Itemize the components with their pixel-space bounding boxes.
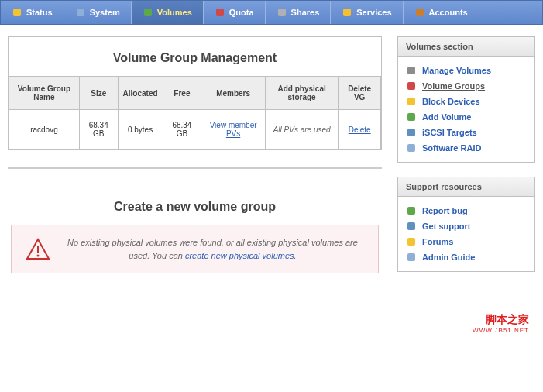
- report-bug-icon: [406, 205, 417, 216]
- add-volume-icon: [406, 112, 417, 122]
- svg-rect-19: [407, 253, 415, 261]
- support-section-panel: Support resources Report bugGet supportF…: [397, 177, 535, 272]
- nav-shares[interactable]: Shares: [266, 1, 332, 24]
- services-icon: [342, 7, 352, 18]
- admin-guide-icon: [406, 252, 417, 263]
- sidebar-item-block-devices[interactable]: Block Devices: [406, 94, 527, 109]
- sidebar-item-admin-guide[interactable]: Admin Guide: [406, 249, 527, 265]
- sidebar-item-label: Volume Groups: [422, 81, 485, 91]
- nav-accounts[interactable]: Accounts: [404, 1, 479, 24]
- footer-brand: 脚本之家: [14, 313, 529, 327]
- svg-rect-1: [77, 9, 84, 16]
- sidebar-item-label: Admin Guide: [422, 253, 475, 262]
- col-header: Volume Group Name: [9, 77, 80, 110]
- nav-status[interactable]: Status: [1, 1, 64, 24]
- sidebar-item-iscsi-targets[interactable]: iSCSI Targets: [406, 125, 527, 140]
- quota-icon: [215, 7, 225, 18]
- divider: [8, 167, 382, 169]
- sidebar-item-software-raid[interactable]: Software RAID: [406, 140, 527, 156]
- cell-vg-name: racdbvg: [9, 110, 80, 150]
- svg-rect-17: [407, 222, 415, 230]
- nav-label: Volumes: [157, 8, 192, 17]
- footer: 脚本之家 WWW.JB51.NET: [0, 297, 543, 342]
- section-title-vg-management: Volume Group Management: [9, 37, 381, 76]
- get-support-icon: [406, 221, 417, 232]
- main-nav: StatusSystemVolumesQuotaSharesServicesAc…: [0, 0, 543, 25]
- panel-header-volumes: Volumes section: [398, 37, 534, 57]
- col-header: Delete VG: [339, 77, 381, 110]
- nav-label: Services: [356, 8, 391, 17]
- nav-system[interactable]: System: [64, 1, 132, 24]
- svg-rect-5: [343, 9, 351, 16]
- cell-allocated: 0 bytes: [118, 110, 163, 150]
- volume-groups-icon: [406, 81, 417, 91]
- svg-rect-2: [144, 9, 152, 16]
- sidebar: Volumes section Manage VolumesVolume Gro…: [397, 36, 535, 286]
- svg-rect-4: [278, 9, 286, 16]
- forums-icon: [406, 236, 417, 247]
- col-header: Members: [201, 77, 266, 110]
- sidebar-item-forums[interactable]: Forums: [406, 234, 527, 249]
- delete-vg-link[interactable]: Delete: [349, 126, 371, 134]
- sidebar-item-label: Add Volume: [422, 112, 471, 122]
- sidebar-item-manage-volumes[interactable]: Manage Volumes: [406, 63, 527, 78]
- nav-label: Shares: [291, 8, 320, 17]
- nav-services[interactable]: Services: [331, 1, 403, 24]
- volumes-section-panel: Volumes section Manage VolumesVolume Gro…: [397, 36, 535, 163]
- col-header: Add physical storage: [265, 77, 338, 110]
- svg-rect-6: [416, 9, 424, 16]
- svg-rect-18: [407, 238, 415, 246]
- sidebar-item-label: Forums: [422, 237, 453, 246]
- alert-text: No existing physical volumes were found,…: [61, 236, 364, 262]
- col-header: Size: [79, 77, 118, 110]
- block-devices-icon: [406, 96, 417, 107]
- nav-label: Quota: [229, 8, 254, 17]
- sidebar-item-label: Block Devices: [422, 97, 480, 106]
- sidebar-item-add-volume[interactable]: Add Volume: [406, 109, 527, 125]
- svg-rect-13: [407, 113, 415, 121]
- volume-group-table: Volume Group NameSizeAllocatedFreeMember…: [9, 76, 381, 150]
- sidebar-item-get-support[interactable]: Get support: [406, 218, 527, 234]
- svg-rect-3: [216, 9, 224, 16]
- nav-label: Status: [26, 8, 53, 17]
- sidebar-item-label: Manage Volumes: [422, 66, 491, 75]
- col-header: Allocated: [118, 77, 163, 110]
- svg-rect-16: [407, 207, 415, 215]
- volumes-icon: [143, 7, 153, 18]
- footer-url: WWW.JB51.NET: [14, 327, 529, 334]
- nav-label: Accounts: [429, 8, 468, 17]
- view-member-pvs-link[interactable]: View member PVs: [210, 121, 257, 138]
- nav-label: System: [90, 8, 120, 17]
- cell-size: 68.34 GB: [79, 110, 118, 150]
- svg-rect-0: [13, 9, 21, 16]
- warning-icon: [26, 237, 50, 262]
- create-pv-link[interactable]: create new physical volumes: [185, 251, 294, 260]
- manage-volumes-icon: [406, 65, 417, 76]
- accounts-icon: [414, 7, 425, 18]
- iscsi-targets-icon: [406, 127, 417, 138]
- svg-rect-10: [407, 67, 415, 74]
- sidebar-item-report-bug[interactable]: Report bug: [406, 203, 527, 218]
- table-row: racdbvg 68.34 GB 0 bytes 68.34 GB View m…: [9, 110, 381, 150]
- alert-box: No existing physical volumes were found,…: [11, 225, 379, 273]
- col-header: Free: [163, 77, 201, 110]
- section-title-create-vg: Create a new volume group: [8, 186, 382, 225]
- status-icon: [12, 7, 22, 18]
- cell-free: 68.34 GB: [163, 110, 201, 150]
- main-content: Volume Group Management Volume Group Nam…: [8, 36, 382, 273]
- sidebar-item-label: iSCSI Targets: [422, 128, 477, 137]
- cell-add-storage: All PVs are used: [273, 126, 331, 134]
- nav-volumes[interactable]: Volumes: [132, 1, 204, 24]
- nav-quota[interactable]: Quota: [204, 1, 266, 24]
- software-raid-icon: [406, 143, 417, 153]
- svg-rect-11: [407, 82, 415, 90]
- svg-rect-15: [407, 144, 415, 152]
- sidebar-item-label: Get support: [422, 222, 470, 231]
- system-icon: [75, 7, 86, 18]
- shares-icon: [277, 7, 287, 18]
- svg-point-9: [37, 254, 40, 256]
- sidebar-item-label: Software RAID: [422, 143, 481, 153]
- sidebar-item-label: Report bug: [422, 206, 468, 215]
- sidebar-item-volume-groups[interactable]: Volume Groups: [406, 78, 527, 94]
- panel-header-support: Support resources: [398, 177, 534, 197]
